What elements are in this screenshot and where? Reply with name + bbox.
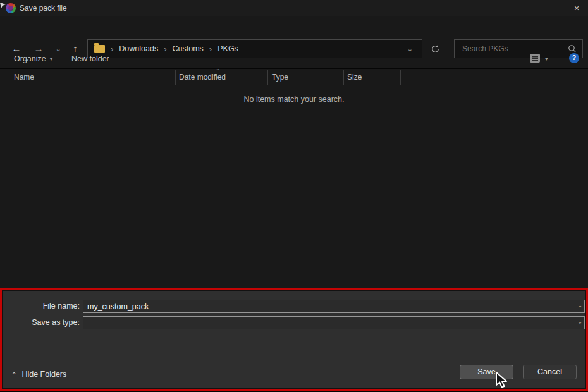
save-as-type-field: ⌄ (83, 316, 585, 329)
hide-folders-label: Hide Folders (21, 370, 66, 379)
empty-results-message: No items match your search. (0, 95, 588, 104)
save-as-type-dropdown-chevron-icon[interactable]: ⌄ (577, 319, 582, 325)
save-as-type-select[interactable] (83, 317, 584, 329)
file-name-label: File name: (3, 300, 80, 313)
help-icon[interactable]: ? (569, 53, 579, 63)
column-divider[interactable] (175, 70, 176, 85)
file-list-area[interactable]: No items match your search. (0, 86, 588, 288)
column-divider[interactable] (343, 70, 344, 85)
titlebar: Save pack file × (0, 0, 588, 16)
chevron-up-icon: ⌃ (11, 371, 16, 378)
column-divider[interactable] (400, 70, 401, 85)
column-header-date-modified[interactable]: Date modified (179, 69, 226, 86)
column-header-size[interactable]: Size (347, 69, 362, 86)
new-folder-button[interactable]: New folder (71, 51, 109, 67)
file-name-field: ⌄ (83, 300, 585, 313)
column-divider[interactable] (267, 70, 268, 85)
organize-label: Organize (14, 54, 46, 63)
window-title: Save pack file (20, 0, 67, 16)
hide-folders-button[interactable]: ⌃ Hide Folders (11, 367, 66, 381)
caret-down-icon: ▾ (50, 56, 53, 62)
view-options-caret-icon[interactable]: ▾ (545, 51, 548, 67)
column-header-type[interactable]: Type (272, 69, 288, 86)
change-view-icon[interactable] (530, 54, 540, 63)
corner-cursor-artifact (0, 0, 6, 11)
save-dialog-window: Save pack file × ← → ⌄ ↑ › Downloads › C… (0, 0, 588, 392)
cancel-button[interactable]: Cancel (523, 365, 577, 379)
column-header-name[interactable]: Name (14, 69, 34, 86)
file-name-dropdown-chevron-icon[interactable]: ⌄ (577, 302, 582, 309)
navigation-bar: ← → ⌄ ↑ › Downloads › Customs › PKGs ⌄ (0, 16, 588, 49)
file-name-input[interactable] (83, 300, 584, 312)
command-toolbar: Organize▾ New folder ▾ ? (0, 51, 588, 68)
app-color-wheel-icon (6, 3, 16, 13)
save-as-type-label: Save as type: (3, 316, 80, 329)
mouse-cursor (495, 372, 510, 392)
column-header-row: Name ⌄ Date modified Type Size (0, 69, 588, 86)
organize-button[interactable]: Organize▾ (14, 51, 52, 67)
close-icon[interactable]: × (568, 1, 585, 15)
